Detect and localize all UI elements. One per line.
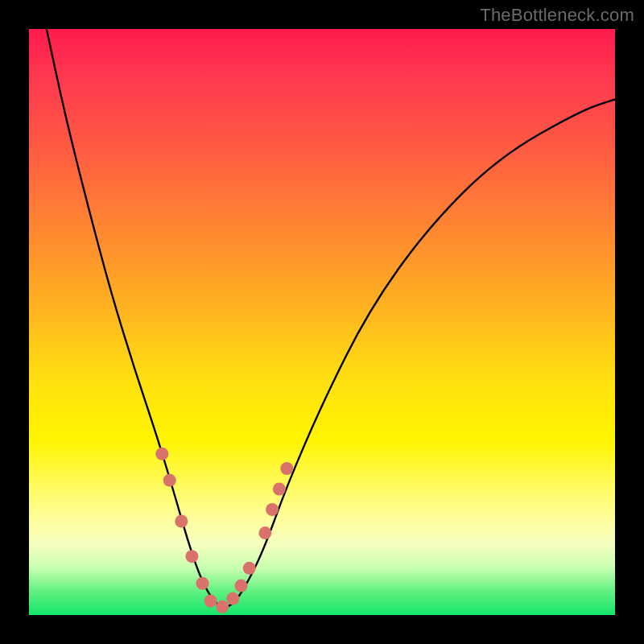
marker-point (163, 474, 176, 487)
marker-point (266, 503, 279, 516)
chart-container: TheBottleneck.com (0, 0, 644, 644)
marker-point (185, 550, 198, 563)
marker-point (243, 562, 256, 575)
marker-point (204, 595, 217, 608)
marker-point (280, 462, 293, 475)
marker-point (175, 515, 188, 528)
bottleneck-curve (47, 29, 615, 607)
curve-svg (29, 29, 615, 615)
watermark-text: TheBottleneck.com (480, 5, 634, 26)
marker-point (258, 526, 271, 539)
marker-point (273, 483, 286, 496)
plot-area (29, 29, 615, 615)
marker-point (155, 448, 168, 460)
marker-point (226, 592, 239, 605)
marker-point (196, 577, 209, 590)
marker-point (216, 601, 229, 613)
marker-point (235, 580, 248, 592)
highlighted-points (155, 448, 293, 613)
